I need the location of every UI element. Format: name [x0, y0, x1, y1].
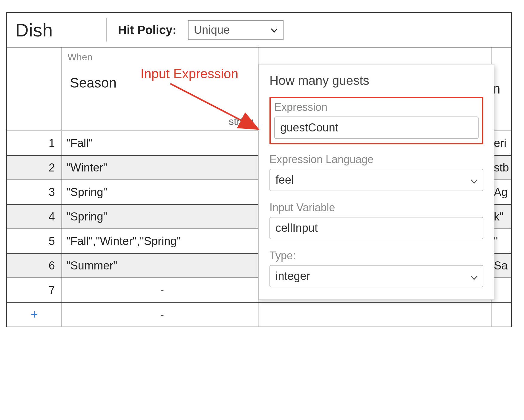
input-variable-value: cellInput [275, 222, 318, 234]
type-select[interactable]: integer [269, 265, 483, 287]
cell-season[interactable]: - [62, 278, 258, 302]
expression-input[interactable]: guestCount [274, 117, 479, 139]
annotation-label: Input Expression [140, 66, 238, 81]
expression-value: guestCount [280, 121, 338, 134]
popover-title[interactable]: How many guests [269, 73, 483, 88]
hit-policy-label: Hit Policy: [118, 23, 177, 37]
expression-label: Expression [274, 101, 479, 114]
input-variable-label: Input Variable [269, 201, 483, 214]
add-row-button[interactable]: + [7, 303, 62, 327]
when-label: When [68, 52, 252, 63]
cell-season[interactable]: "Fall" [62, 131, 258, 155]
row-index: 5 [7, 229, 62, 253]
cell-season[interactable]: "Spring" [62, 180, 258, 204]
row-index: 7 [7, 278, 62, 302]
expression-language-value: feel [275, 174, 294, 186]
input-variable-input[interactable]: cellInput [269, 217, 483, 239]
col-header-season[interactable]: When Season string [62, 47, 258, 130]
add-row[interactable]: + - [7, 303, 511, 327]
table-title[interactable]: Dish [15, 19, 53, 41]
expression-language-label: Expression Language [269, 153, 483, 166]
col-header-index [7, 47, 62, 130]
expression-language-select[interactable]: feel [269, 169, 483, 191]
cell-season[interactable]: "Fall","Winter","Spring" [62, 229, 258, 253]
cell-season[interactable]: "Spring" [62, 205, 258, 229]
row-index: 4 [7, 205, 62, 229]
row-index: 3 [7, 180, 62, 204]
dash: - [66, 308, 258, 321]
chevron-down-icon [471, 270, 477, 283]
input-expression-popover: How many guests Expression guestCount Ex… [258, 64, 494, 300]
season-type: string [229, 116, 254, 127]
table-header-bar: Dish Hit Policy: Unique [7, 13, 511, 47]
type-label: Type: [269, 249, 483, 262]
chevron-down-icon [471, 174, 477, 186]
divider [106, 18, 107, 42]
add-row-placeholder [491, 303, 511, 327]
cell-season[interactable]: "Summer" [62, 254, 258, 278]
row-index: 6 [7, 254, 62, 278]
hit-policy-select[interactable]: Unique [188, 20, 284, 40]
cell-season[interactable]: "Winter" [62, 156, 258, 180]
row-index: 1 [7, 131, 62, 155]
expression-highlight: Expression guestCount [269, 97, 483, 144]
type-value: integer [275, 270, 310, 283]
add-row-placeholder [258, 303, 491, 327]
add-row-placeholder: - [62, 303, 258, 327]
hit-policy-value: Unique [194, 24, 230, 36]
dash: - [66, 284, 258, 297]
row-index: 2 [7, 156, 62, 180]
chevron-down-icon [271, 25, 278, 35]
